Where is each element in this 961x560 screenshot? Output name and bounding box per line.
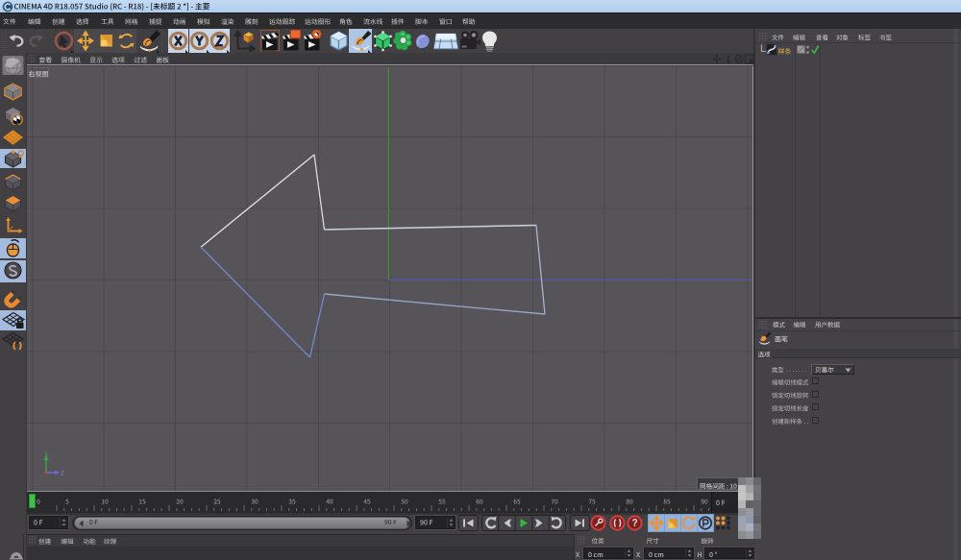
svg-text:?: ? bbox=[631, 518, 637, 528]
